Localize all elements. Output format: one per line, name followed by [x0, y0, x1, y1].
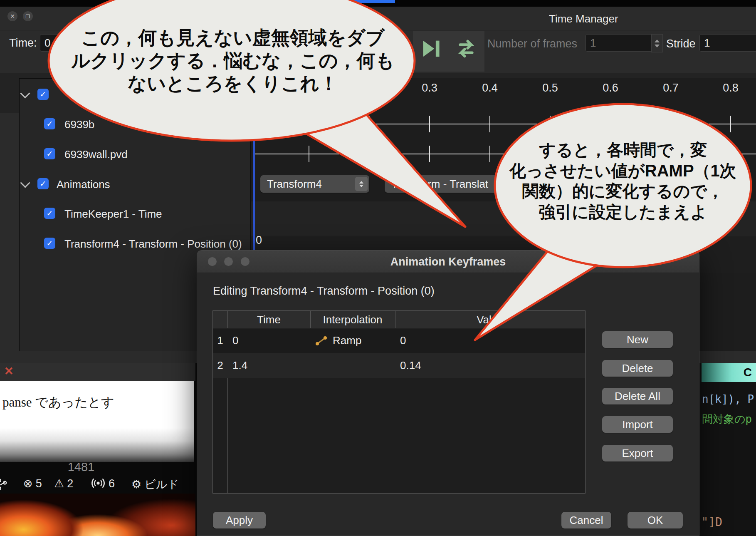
track-grid-tick [550, 116, 551, 132]
export-button[interactable]: Export [602, 445, 673, 462]
table-header: Time Interpolation Value [213, 311, 585, 328]
ports-count: 6 [109, 477, 115, 490]
build-status[interactable]: ⚙ビルド [131, 477, 179, 492]
slide-preview: panse であったとす [0, 381, 194, 462]
item-checkbox[interactable] [44, 118, 55, 129]
tree-item-6939b[interactable]: 6939b [64, 118, 94, 131]
ruler-tick-label: 0.8 [723, 82, 739, 94]
warning-icon: ⚠ [54, 477, 64, 490]
track-value-label: 0 [256, 234, 262, 247]
git-branch-icon[interactable] [0, 478, 9, 491]
panel-float-icon[interactable] [23, 11, 33, 21]
tree-item-timekeeper[interactable]: TimeKeeper1 - Time [64, 208, 162, 221]
animations-checkbox[interactable] [37, 178, 49, 189]
track-grid-tick [429, 146, 430, 162]
error-count: 5 [36, 477, 42, 490]
combo-arrows-icon [355, 177, 368, 191]
ruler-tick-label: 0.6 [603, 82, 618, 94]
apply-button[interactable]: Apply [213, 512, 266, 529]
minimize-traffic-light[interactable] [224, 257, 233, 266]
cell-value: 0.14 [400, 359, 421, 372]
ruler-tick-label: 0.3 [422, 82, 437, 94]
time-value: 0 [44, 37, 50, 50]
spinner-up-icon[interactable] [655, 40, 660, 42]
play-to-end-button[interactable] [419, 37, 443, 61]
item-checkbox[interactable] [44, 148, 55, 159]
row-number: 1 [213, 334, 227, 347]
cancel-button[interactable]: Cancel [561, 512, 611, 529]
ruler-tick-label: 0.7 [663, 82, 679, 94]
track-grid-tick [369, 116, 370, 132]
time-input[interactable]: 0 [40, 34, 82, 52]
track-grid-tick [309, 146, 309, 162]
panel-close-icon[interactable] [7, 11, 17, 21]
import-button[interactable]: Import [602, 416, 673, 433]
build-label: ビルド [144, 478, 179, 491]
tree-item-transform4[interactable]: Transform4 - Transform - Position (0) [64, 238, 242, 251]
tree-item-animations[interactable]: Animations [57, 178, 110, 191]
code-tab[interactable]: C [702, 363, 756, 382]
cell-interpolation: Ramp [333, 334, 361, 347]
col-header-interpolation[interactable]: Interpolation [310, 313, 395, 326]
delete-button[interactable]: Delete [602, 360, 673, 377]
cell-value: 0 [400, 334, 406, 347]
animated-parameter-combo[interactable]: Transform - Translat [385, 175, 510, 193]
close-traffic-light[interactable] [208, 257, 217, 266]
row-number: 2 [213, 359, 227, 372]
current-time-cursor[interactable] [253, 79, 255, 275]
panel-title: Time Manager [549, 12, 618, 25]
code-string: "]D [702, 515, 723, 529]
errors-status[interactable]: ⊗5 [23, 477, 42, 490]
slide-page-number: 1481 [62, 460, 100, 474]
track-grid-line [254, 154, 756, 154]
background-panel-bar [0, 363, 195, 381]
ports-status[interactable]: 6 [91, 477, 115, 490]
number-of-frames-label: Number of frames [487, 37, 577, 50]
spinner-down-icon[interactable] [655, 45, 660, 47]
dialog-titlebar[interactable]: Animation Keyframes [197, 251, 699, 273]
stride-value: 1 [704, 37, 710, 50]
animated-property-combo[interactable]: Transform4 [260, 175, 369, 193]
warnings-status[interactable]: ⚠2 [54, 477, 73, 490]
ok-button[interactable]: OK [628, 512, 683, 529]
track-grid-tick [730, 116, 731, 132]
number-of-frames-value: 1 [590, 37, 596, 50]
animation-keyframes-dialog: Animation Keyframes Editing Transform4 -… [197, 250, 699, 536]
track-grid-tick [429, 116, 430, 132]
ruler-tick-label: 0.5 [542, 82, 558, 94]
col-header-time[interactable]: Time [227, 313, 310, 326]
fire-image [0, 494, 195, 536]
close-x-icon[interactable] [4, 365, 14, 378]
table-row[interactable]: 2 1.4 0.14 [213, 353, 585, 378]
cell-time: 0 [232, 334, 238, 347]
combo-value: Transform4 [267, 178, 322, 191]
dialog-title: Animation Keyframes [197, 251, 699, 273]
number-of-frames-input[interactable]: 1 [586, 34, 660, 52]
time-label: Time: [9, 37, 37, 50]
item-checkbox[interactable] [44, 208, 55, 219]
root-checkbox[interactable] [37, 89, 49, 100]
status-bar: ⊗5 ⚠2 6 ⚙ビルド [0, 476, 195, 494]
code-line: 間対象のp [702, 412, 752, 427]
time-manager-titlebar: Time Manager [0, 7, 756, 30]
ramp-interpolation-icon [315, 335, 328, 346]
track-grid-tick [550, 146, 551, 162]
new-button[interactable]: New [602, 331, 673, 348]
cell-time: 1.4 [232, 359, 247, 372]
table-row[interactable]: 1 0 Ramp 0 [213, 328, 585, 353]
loop-button[interactable] [454, 37, 478, 61]
keyframes-table[interactable]: Time Interpolation Value 1 0 Ramp 0 2 1.… [212, 310, 586, 494]
tree-item-6939wall[interactable]: 6939wall.pvd [64, 148, 128, 161]
delete-all-button[interactable]: Delete All [602, 388, 673, 404]
frames-spinner[interactable] [651, 34, 663, 52]
playback-strip [413, 31, 484, 72]
timekeeper-track[interactable] [251, 201, 756, 236]
track-grid-tick [369, 146, 370, 162]
stride-input[interactable]: 1 [699, 34, 756, 52]
window-focus-strip [112, 0, 395, 3]
item-checkbox[interactable] [44, 238, 55, 249]
ruler-tick-label: 0.4 [482, 82, 498, 94]
col-header-value[interactable]: Value [395, 313, 585, 326]
zoom-traffic-light[interactable] [241, 257, 250, 266]
code-line: n[k]), P [702, 393, 754, 405]
